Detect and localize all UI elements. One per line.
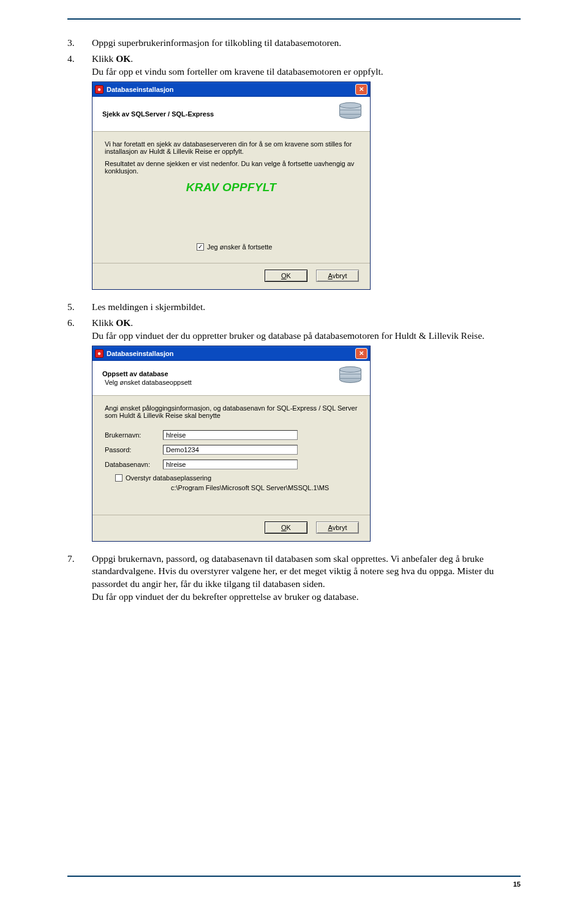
dialog-buttons: OK Avbryt (92, 515, 370, 541)
checkbox-label: Jeg ønsker å fortsette (207, 243, 272, 251)
database-icon (338, 102, 363, 126)
step-number: 4. (67, 53, 92, 78)
username-label: Brukernavn: (105, 431, 163, 439)
dialog-header-band: Sjekk av SQLServer / SQL-Express (92, 97, 370, 132)
path-input: c:\Program Files\Microsoft SQL Server\MS… (171, 484, 329, 491)
step-5: 5. Les meldingen i skjermbildet. (67, 301, 521, 314)
dialog-dbsetup: ● Databaseinstallasjon ✕ Oppsett av data… (92, 346, 371, 542)
dialog-buttons: OK Avbryt (92, 263, 370, 289)
dialog-sqlcheck: ● Databaseinstallasjon ✕ Sjekk av SQLSer… (92, 81, 371, 290)
step-number: 5. (67, 301, 92, 314)
row-dbname: Databasenavn: hlreise (105, 460, 358, 469)
override-label: Overstyr databaseplassering (126, 474, 211, 482)
row-password: Passord: Demo1234 (105, 445, 358, 455)
row-override: Overstyr databaseplassering (105, 474, 358, 482)
instruction-list: 7. Oppgi brukernavn, passord, og databas… (67, 553, 521, 604)
footer-rule (67, 876, 521, 877)
page-number: 15 (67, 880, 521, 888)
password-label: Passord: (105, 446, 163, 453)
info-text: Vi har foretatt en sjekk av databaseserv… (105, 140, 358, 155)
row-path: c:\Program Files\Microsoft SQL Server\MS… (171, 484, 358, 491)
step-number: 6. (67, 317, 92, 343)
database-icon (338, 366, 363, 390)
step-number: 3. (67, 37, 92, 50)
instruction-list: 5. Les meldingen i skjermbildet. 6. Klik… (67, 301, 521, 343)
info-text: Angi ønsket påloggingsinformasjon, og da… (105, 404, 358, 419)
step-text: Oppgi superbrukerinformasjon for tilkobl… (92, 37, 521, 50)
cancel-button[interactable]: Avbryt (316, 521, 359, 534)
step-text: Les meldingen i skjermbildet. (92, 301, 521, 314)
continue-checkbox-row: ✓ Jeg ønsker å fortsette (197, 243, 358, 251)
close-icon[interactable]: ✕ (355, 84, 368, 95)
step-4: 4. Klikk OK. Du får opp et vindu som for… (67, 53, 521, 78)
username-input[interactable]: hlreise (163, 430, 298, 440)
page-top-rule (67, 18, 521, 20)
window-title: Databaseinstallasjon (107, 86, 355, 93)
dbname-input[interactable]: hlreise (163, 460, 298, 469)
step-number: 7. (67, 553, 92, 604)
dialog-header-band: Oppsett av database Velg ønsket database… (92, 361, 370, 396)
titlebar: ● Databaseinstallasjon ✕ (92, 346, 370, 361)
step-6: 6. Klikk OK. Du får opp vinduet der du o… (67, 317, 521, 343)
row-username: Brukernavn: hlreise (105, 430, 358, 440)
continue-checkbox[interactable]: ✓ (197, 243, 204, 251)
dialog-content: Angi ønsket påloggingsinformasjon, og da… (92, 396, 370, 510)
page-footer: 15 (67, 876, 521, 888)
step-text: Klikk OK. Du får opp et vindu som fortel… (92, 53, 521, 78)
ok-button[interactable]: OK (265, 270, 307, 282)
band-title: Oppsett av database (102, 370, 333, 377)
window-title: Databaseinstallasjon (107, 350, 355, 357)
dialog-content: Vi har foretatt en sjekk av databaseserv… (92, 132, 370, 258)
override-checkbox[interactable] (115, 474, 123, 482)
password-input[interactable]: Demo1234 (163, 445, 298, 455)
band-title: Sjekk av SQLServer / SQL-Express (102, 110, 333, 118)
ok-button[interactable]: OK (265, 521, 307, 534)
close-icon[interactable]: ✕ (355, 348, 368, 359)
app-icon: ● (95, 85, 104, 94)
band-subtitle: Velg ønsket databaseoppsett (102, 379, 333, 386)
info-text: Resultatet av denne sjekken er vist nede… (105, 160, 358, 175)
titlebar: ● Databaseinstallasjon ✕ (92, 82, 370, 97)
step-3: 3. Oppgi superbrukerinformasjon for tilk… (67, 37, 521, 50)
status-krav-oppfylt: KRAV OPPFYLT (105, 181, 358, 194)
app-icon: ● (95, 349, 104, 358)
step-7: 7. Oppgi brukernavn, passord, og databas… (67, 553, 521, 604)
step-text: Oppgi brukernavn, passord, og databasena… (92, 553, 521, 604)
dbname-label: Databasenavn: (105, 461, 163, 468)
instruction-list: 3. Oppgi superbrukerinformasjon for tilk… (67, 37, 521, 78)
cancel-button[interactable]: Avbryt (316, 270, 359, 282)
step-text: Klikk OK. Du får opp vinduet der du oppr… (92, 317, 521, 343)
